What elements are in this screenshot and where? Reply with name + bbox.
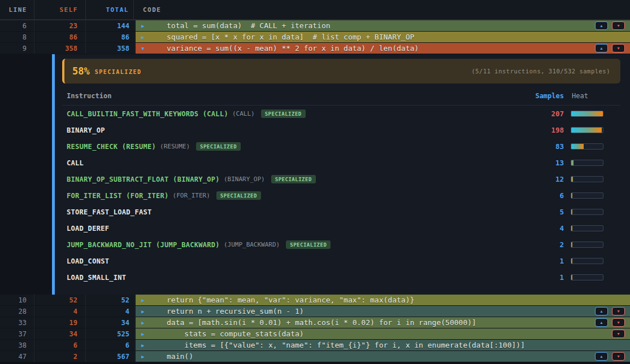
- code-row-line-9: 9 358 358 ▼ variance = sum((x - mean) **…: [0, 43, 630, 54]
- code-cell[interactable]: ▶ items = [{"value": x, "name": f"item_{…: [136, 340, 630, 350]
- opcode-base: (CALL): [232, 110, 255, 117]
- expander-icon[interactable]: ▶: [141, 320, 150, 326]
- code-cell[interactable]: ▶ data = [math.sin(i * 0.01) + math.cos(…: [136, 317, 630, 328]
- sample-count: 5: [524, 208, 564, 216]
- expander-icon[interactable]: ▼: [141, 46, 150, 51]
- instruction-row: LOAD_DEREF 4: [62, 220, 620, 236]
- column-header-instruction[interactable]: Instruction: [67, 92, 524, 100]
- self-samples: 23: [34, 20, 86, 31]
- instruction-row: CALL_BUILTIN_FAST_WITH_KEYWORDS (CALL)(C…: [62, 106, 620, 122]
- specialized-badge: SPECIALIZED: [286, 240, 331, 249]
- total-samples: 86: [86, 32, 134, 42]
- opcode-base: (RESUME): [160, 143, 190, 150]
- column-header-heat[interactable]: Heat: [571, 92, 603, 100]
- total-samples: 52: [86, 295, 134, 305]
- panel-gutter: [0, 54, 52, 295]
- jump-up-button[interactable]: ▲: [595, 307, 608, 315]
- column-header-samples[interactable]: Samples: [524, 92, 564, 100]
- sample-count: 6: [524, 191, 564, 200]
- jump-down-button[interactable]: ▼: [612, 330, 625, 338]
- opcode-name: LOAD_DEREF: [67, 225, 109, 233]
- jump-down-button[interactable]: ▼: [612, 44, 625, 52]
- expander-icon[interactable]: ▶: [141, 331, 150, 337]
- code-row-line-37: 37 34 525 ▶ stats = compute_stats(data) …: [0, 328, 630, 340]
- arrow-down-icon: ▼: [616, 46, 620, 50]
- line-number: 28: [0, 306, 34, 317]
- column-header-code[interactable]: CODE: [134, 6, 630, 14]
- heat-bar-fill: [571, 242, 572, 247]
- specialized-badge: SPECIALIZED: [196, 142, 241, 151]
- arrow-down-icon: ▼: [616, 354, 620, 358]
- self-samples: 358: [34, 43, 86, 54]
- code-text: main(): [167, 352, 193, 361]
- specialized-detail: (5/11 instructions, 310/532 samples): [471, 68, 610, 74]
- arrow-up-icon: ▲: [599, 24, 603, 28]
- expander-icon[interactable]: ▶: [141, 309, 150, 314]
- instruction-row: STORE_FAST_LOAD_FAST 5: [62, 204, 620, 220]
- column-header-total[interactable]: TOTAL: [86, 0, 134, 19]
- instruction-table-header: Instruction Samples Heat: [62, 92, 620, 106]
- jump-down-button[interactable]: ▼: [612, 307, 625, 315]
- expander-icon[interactable]: ▶: [141, 34, 150, 40]
- jump-up-button[interactable]: ▲: [595, 44, 608, 52]
- total-samples: 358: [86, 43, 134, 54]
- code-text: data = [math.sin(i * 0.01) + math.cos(i …: [167, 318, 476, 327]
- heat-bar-fill: [571, 275, 572, 280]
- self-samples: 34: [34, 328, 86, 339]
- jump-down-button[interactable]: ▼: [612, 21, 625, 30]
- arrow-up-icon: ▲: [599, 321, 603, 324]
- code-cell[interactable]: ▶ stats = compute_stats(data) ▼: [136, 328, 630, 339]
- jump-down-button[interactable]: ▼: [612, 318, 625, 327]
- code-cell[interactable]: ▼ variance = sum((x - mean) ** 2 for x i…: [136, 43, 630, 54]
- profiler-app: { "table": { "columns": { "line": "LINE"…: [0, 0, 630, 364]
- code-cell[interactable]: ▶ return {"mean": mean, "var": variance,…: [136, 295, 630, 305]
- self-samples: 19: [34, 317, 86, 328]
- arrow-down-icon: ▼: [616, 321, 620, 324]
- sample-count: 207: [524, 109, 564, 118]
- sample-count: 13: [524, 159, 564, 167]
- instruction-row: LOAD_CONST 1: [62, 253, 620, 269]
- code-cell[interactable]: ▶ main() ▲ ▼: [136, 351, 630, 362]
- jump-up-button[interactable]: ▲: [595, 318, 608, 327]
- sample-count: 2: [524, 240, 564, 249]
- specialized-badge: SPECIALIZED: [261, 109, 306, 118]
- sample-count: 1: [524, 257, 564, 265]
- arrow-up-icon: ▲: [599, 354, 603, 358]
- expander-icon[interactable]: ▶: [141, 297, 150, 303]
- instruction-panel: 58% SPECIALIZED (5/11 instructions, 310/…: [0, 54, 630, 295]
- heat-bar: [571, 160, 603, 166]
- line-number: 37: [0, 328, 34, 339]
- jump-down-button[interactable]: ▼: [612, 352, 625, 361]
- opcode-name: STORE_FAST_LOAD_FAST: [67, 208, 152, 216]
- expander-icon[interactable]: ▶: [141, 23, 150, 29]
- jump-up-button[interactable]: ▲: [595, 352, 608, 361]
- specialized-badge: SPECIALIZED: [271, 175, 316, 183]
- table-header: LINE SELF TOTAL CODE: [0, 0, 630, 20]
- column-header-self[interactable]: SELF: [34, 0, 86, 19]
- heat-bar: [571, 111, 603, 117]
- arrow-up-icon: ▲: [599, 309, 603, 313]
- total-samples: 567: [86, 351, 134, 362]
- expander-icon[interactable]: ▶: [141, 354, 150, 359]
- heat-bar-fill: [571, 226, 572, 231]
- code-cell[interactable]: ▶ return n + recursive_sum(n - 1) ▲ ▼: [136, 306, 630, 317]
- instruction-row: BINARY_OP_SUBTRACT_FLOAT (BINARY_OP)(BIN…: [62, 171, 620, 187]
- instruction-row: RESUME_CHECK (RESUME)(RESUME)SPECIALIZED…: [62, 138, 620, 155]
- instruction-row: BINARY_OP 198: [62, 122, 620, 138]
- jump-up-button[interactable]: ▲: [595, 21, 608, 30]
- code-cell[interactable]: ▶ squared = [x * x for x in data] # list…: [136, 32, 630, 42]
- expander-icon[interactable]: ▶: [141, 343, 150, 348]
- specialization-summary: 58% SPECIALIZED (5/11 instructions, 310/…: [62, 59, 620, 84]
- arrow-down-icon: ▼: [616, 24, 620, 28]
- opcode-name: FOR_ITER_LIST (FOR_ITER): [67, 192, 169, 200]
- line-number: 10: [0, 295, 34, 305]
- total-samples: 144: [86, 20, 134, 31]
- instruction-row: CALL 13: [62, 155, 620, 171]
- total-samples: 34: [86, 317, 134, 328]
- heat-bar-fill: [571, 160, 573, 165]
- code-cell[interactable]: ▶ total = sum(data) # CALL + iteration ▲…: [136, 20, 630, 31]
- heat-bar: [571, 209, 603, 215]
- code-row-line-10: 10 52 52 ▶ return {"mean": mean, "var": …: [0, 295, 630, 306]
- column-header-line[interactable]: LINE: [0, 0, 34, 19]
- sample-count: 12: [524, 175, 564, 183]
